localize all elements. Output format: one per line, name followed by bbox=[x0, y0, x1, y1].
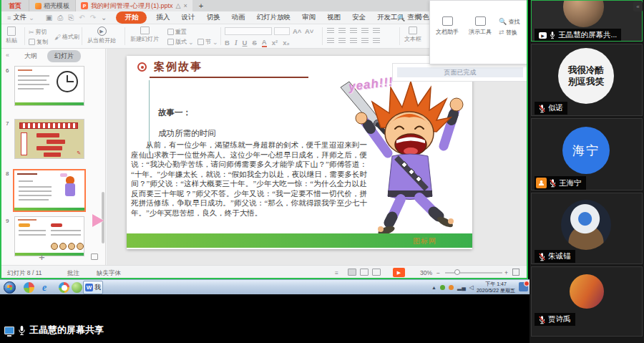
ribbon-tab-animation[interactable]: 动画 bbox=[225, 12, 250, 23]
tab-slides[interactable]: 幻灯片 bbox=[47, 50, 81, 62]
ribbon-tab-security[interactable]: 安全 bbox=[346, 12, 371, 23]
doc-assistant-button[interactable]: 文档助手 bbox=[431, 16, 463, 36]
add-slide-button[interactable]: + bbox=[39, 251, 45, 263]
export-icon[interactable]: ⎙ bbox=[57, 14, 63, 22]
format-painter-button[interactable]: 🖌格式刷 bbox=[54, 33, 79, 41]
ribbon-tab-view[interactable]: 视图 bbox=[321, 12, 346, 23]
slide-thumbnail-9[interactable] bbox=[14, 216, 84, 256]
ribbon-tab-design[interactable]: 设计 bbox=[175, 12, 200, 23]
columns-icon[interactable] bbox=[373, 38, 380, 44]
avatar-text: 海宁 bbox=[572, 142, 600, 159]
tray-orange-icon[interactable] bbox=[449, 285, 454, 290]
section-button[interactable]: 节⌄ bbox=[197, 38, 218, 46]
print-icon[interactable]: ⎘ bbox=[68, 14, 74, 22]
subscript-button[interactable]: x₂ bbox=[283, 39, 290, 47]
strikethrough-button[interactable]: S bbox=[252, 39, 256, 47]
volume-icon[interactable]: ◁ bbox=[469, 284, 474, 291]
fit-to-window-icon[interactable] bbox=[512, 269, 519, 276]
ribbon-tab-home[interactable]: 开始 bbox=[116, 11, 147, 24]
close-tab-icon[interactable]: × bbox=[183, 2, 187, 9]
shrink-font-button[interactable]: A˅ bbox=[305, 27, 313, 35]
browser-icon[interactable] bbox=[59, 282, 69, 293]
internet-explorer-icon[interactable]: e bbox=[42, 282, 53, 293]
chevron-down-icon[interactable]: ⌄ bbox=[101, 14, 107, 21]
redo-icon[interactable]: ↷ bbox=[90, 14, 96, 21]
participant-tile[interactable]: 贾诗禹 bbox=[531, 266, 643, 337]
normal-view-icon[interactable] bbox=[348, 269, 356, 276]
tab-outline[interactable]: 大纲 bbox=[24, 52, 37, 61]
textbox-button[interactable]: 文本框 bbox=[404, 26, 421, 43]
slideshow-play-button[interactable]: ▶ bbox=[393, 268, 405, 277]
number-list-icon[interactable] bbox=[338, 28, 346, 34]
slide-canvas[interactable]: 案例故事 故事一： 成功所需的时间 从前，有一位少年，渴望练就一身超群的剑术，便… bbox=[127, 56, 472, 249]
bold-button[interactable]: B bbox=[225, 39, 230, 47]
network-icon[interactable]: ▂▄ bbox=[457, 284, 466, 291]
file-menu-button[interactable]: ≡ 文件 ⌄ bbox=[1, 13, 40, 22]
tab-docer[interactable]: 稻壳模板 bbox=[29, 0, 76, 11]
font-size-input[interactable] bbox=[274, 27, 290, 35]
cut-button[interactable]: ✂剪切 bbox=[29, 28, 47, 36]
align-justify-icon[interactable] bbox=[361, 38, 369, 44]
participant-tile[interactable]: 海宁 王海宁 bbox=[531, 118, 643, 190]
present-tools-button[interactable]: 演示工具 bbox=[464, 16, 496, 36]
missing-font-warning[interactable]: 缺失字体 bbox=[97, 269, 121, 278]
tab-home[interactable]: 首页 bbox=[1, 0, 29, 11]
font-family-input[interactable] bbox=[225, 27, 272, 35]
participant-tile-sharer[interactable]: ▶ 王晶慧的屏幕共... bbox=[531, 0, 643, 42]
ribbon-tab-transitions[interactable]: 切换 bbox=[200, 12, 225, 23]
new-tab-button[interactable]: + bbox=[192, 0, 210, 11]
zoom-slider-knob[interactable] bbox=[454, 269, 460, 275]
participant-tile[interactable]: 朱诚锚 bbox=[531, 193, 643, 264]
zoom-level[interactable]: 30% bbox=[420, 269, 432, 276]
sorter-view-icon[interactable] bbox=[360, 269, 369, 276]
font-color-button[interactable]: A bbox=[262, 38, 267, 47]
start-button[interactable] bbox=[4, 281, 16, 294]
slide-thumbnail-6[interactable] bbox=[14, 66, 84, 106]
reading-view-icon[interactable] bbox=[372, 269, 381, 276]
zoom-slider-track[interactable] bbox=[445, 272, 502, 274]
slide-thumbnail-8-selected[interactable] bbox=[13, 169, 86, 212]
speedup-ball-icon[interactable] bbox=[72, 282, 82, 293]
notes-view-icon[interactable]: ≡ bbox=[335, 269, 338, 276]
underline-button[interactable]: U bbox=[243, 39, 248, 47]
notification-badge-icon[interactable] bbox=[519, 282, 528, 291]
undo-icon[interactable]: ↶ bbox=[79, 14, 84, 21]
italic-button[interactable]: I bbox=[235, 39, 238, 47]
grow-font-button[interactable]: A˄ bbox=[293, 27, 301, 35]
tray-green-icon[interactable] bbox=[440, 285, 445, 290]
taskbar-clock[interactable]: 下午 1:47 2020/5/22 星期五 bbox=[475, 281, 517, 294]
ribbon-tab-slideshow[interactable]: 幻灯片放映 bbox=[250, 12, 296, 23]
zoom-in-button[interactable]: + bbox=[504, 269, 508, 276]
tab-document[interactable]: P 我的时间管理-心理月(1).pptx △ × bbox=[76, 0, 192, 11]
superscript-button[interactable]: x² bbox=[272, 39, 278, 47]
zoom-out-button[interactable]: − bbox=[436, 269, 440, 276]
line-spacing-icon[interactable] bbox=[373, 28, 380, 34]
bullet-list-icon[interactable] bbox=[327, 28, 334, 34]
slide-thumbnail-7[interactable]: ✎ bbox=[14, 119, 84, 159]
reset-button[interactable]: 重置 bbox=[167, 28, 187, 36]
indent-decrease-icon[interactable] bbox=[350, 28, 357, 34]
copy-button[interactable]: 复制 bbox=[29, 38, 48, 46]
sidebar-collapse-button[interactable]: « bbox=[633, 1, 643, 11]
wps-taskbar-button[interactable]: W 我 bbox=[83, 281, 103, 294]
ribbon-tab-insert[interactable]: 插入 bbox=[150, 12, 175, 23]
collapse-panel-icon[interactable]: « bbox=[6, 52, 9, 59]
new-slide-button[interactable]: 新建幻灯片 bbox=[130, 26, 159, 43]
play-from-current-button[interactable]: ▶ 从当前开始 bbox=[87, 26, 116, 44]
notes-button[interactable]: 批注 bbox=[67, 269, 79, 278]
save-icon[interactable]: ▣ bbox=[46, 14, 52, 21]
replace-button-panel[interactable]: ⇄ 替换 bbox=[499, 27, 519, 38]
find-button[interactable]: 🔍 查找 bbox=[397, 13, 421, 22]
indent-increase-icon[interactable] bbox=[361, 28, 369, 34]
comment-panel-icon[interactable] bbox=[91, 253, 98, 260]
align-center-icon[interactable] bbox=[338, 38, 346, 44]
align-left-icon[interactable] bbox=[327, 38, 334, 44]
360-safety-icon[interactable] bbox=[24, 282, 34, 293]
tray-expand-icon[interactable]: ▲ bbox=[431, 285, 436, 290]
participant-tile[interactable]: 我很冷酷 别逗我笑 似诺 bbox=[531, 44, 643, 116]
find-button-panel[interactable]: 🔍 查找 bbox=[499, 16, 519, 27]
paste-button[interactable]: 粘贴 bbox=[6, 26, 17, 44]
layout-button[interactable]: 版式⌄ bbox=[167, 38, 194, 46]
ribbon-tab-review[interactable]: 审阅 bbox=[296, 12, 321, 23]
align-right-icon[interactable] bbox=[350, 38, 357, 44]
